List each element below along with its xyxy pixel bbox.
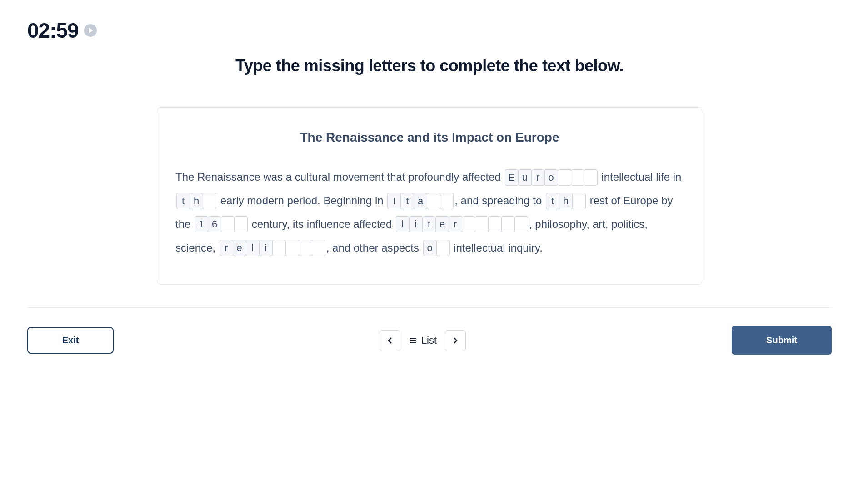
letter-input[interactable] bbox=[396, 216, 410, 232]
passage-text: , and spreading to bbox=[454, 194, 545, 207]
passage-title: The Renaissance and its Impact on Europe bbox=[175, 130, 684, 145]
word-blank bbox=[387, 193, 454, 209]
letter-input[interactable] bbox=[572, 193, 586, 209]
word-blank bbox=[546, 193, 586, 209]
question-card: The Renaissance and its Impact on Europe… bbox=[157, 107, 702, 285]
center-nav: List bbox=[380, 330, 466, 351]
letter-input[interactable] bbox=[208, 216, 221, 232]
letter-input[interactable] bbox=[195, 216, 208, 232]
letter-input[interactable] bbox=[440, 193, 454, 209]
play-icon bbox=[88, 28, 94, 33]
letter-input[interactable] bbox=[414, 193, 427, 209]
list-button[interactable]: List bbox=[409, 335, 437, 346]
letter-input[interactable] bbox=[584, 169, 598, 186]
letter-input[interactable] bbox=[422, 216, 436, 232]
passage-text: intellectual life in bbox=[599, 171, 682, 183]
letter-input[interactable] bbox=[233, 240, 246, 256]
letter-input[interactable] bbox=[220, 240, 233, 256]
passage-text: early modern period. Beginning in bbox=[217, 194, 386, 207]
list-label: List bbox=[421, 335, 437, 346]
list-icon bbox=[409, 336, 418, 345]
chevron-left-icon bbox=[386, 337, 394, 344]
letter-input[interactable] bbox=[246, 240, 260, 256]
letter-input[interactable] bbox=[203, 193, 216, 209]
passage-text: , and other aspects bbox=[326, 242, 422, 254]
letter-input[interactable] bbox=[272, 240, 286, 256]
letter-input[interactable] bbox=[462, 216, 475, 232]
letter-input[interactable] bbox=[531, 169, 545, 186]
passage-body: The Renaissance was a cultural movement … bbox=[175, 165, 684, 259]
letter-input[interactable] bbox=[221, 216, 235, 232]
letter-input[interactable] bbox=[501, 216, 515, 232]
play-button[interactable] bbox=[84, 24, 97, 37]
exit-button[interactable]: Exit bbox=[27, 327, 114, 354]
timer-row: 02:59 bbox=[27, 18, 832, 43]
instruction-heading: Type the missing letters to complete the… bbox=[27, 56, 832, 75]
chevron-right-icon bbox=[452, 337, 459, 344]
letter-input[interactable] bbox=[505, 169, 519, 186]
passage-text: century, its influence affected bbox=[249, 218, 395, 230]
letter-input[interactable] bbox=[544, 169, 558, 186]
letter-input[interactable] bbox=[571, 169, 584, 186]
letter-input[interactable] bbox=[312, 240, 325, 256]
letter-input[interactable] bbox=[423, 240, 437, 256]
word-blank bbox=[396, 216, 528, 232]
word-blank bbox=[423, 240, 450, 256]
footer-bar: Exit List Submit bbox=[27, 326, 832, 355]
letter-input[interactable] bbox=[514, 216, 528, 232]
letter-input[interactable] bbox=[387, 193, 401, 209]
letter-input[interactable] bbox=[558, 169, 571, 186]
prev-button[interactable] bbox=[380, 330, 400, 351]
letter-input[interactable] bbox=[190, 193, 203, 209]
word-blank bbox=[220, 240, 325, 256]
letter-input[interactable] bbox=[400, 193, 414, 209]
letter-input[interactable] bbox=[475, 216, 489, 232]
letter-input[interactable] bbox=[259, 240, 273, 256]
next-button[interactable] bbox=[445, 330, 466, 351]
divider bbox=[27, 307, 832, 308]
letter-input[interactable] bbox=[546, 193, 559, 209]
word-blank bbox=[505, 169, 598, 186]
letter-input[interactable] bbox=[234, 216, 248, 232]
letter-input[interactable] bbox=[409, 216, 423, 232]
letter-input[interactable] bbox=[488, 216, 502, 232]
passage-text: intellectual inquiry. bbox=[451, 242, 543, 254]
letter-input[interactable] bbox=[176, 193, 190, 209]
letter-input[interactable] bbox=[427, 193, 440, 209]
letter-input[interactable] bbox=[299, 240, 312, 256]
passage-text: The Renaissance was a cultural movement … bbox=[175, 171, 504, 183]
letter-input[interactable] bbox=[435, 216, 449, 232]
letter-input[interactable] bbox=[449, 216, 462, 232]
letter-input[interactable] bbox=[518, 169, 532, 186]
letter-input[interactable] bbox=[436, 240, 450, 256]
letter-input[interactable] bbox=[285, 240, 299, 256]
timer-display: 02:59 bbox=[27, 18, 79, 43]
word-blank bbox=[176, 193, 216, 209]
letter-input[interactable] bbox=[559, 193, 573, 209]
word-blank bbox=[195, 216, 248, 232]
submit-button[interactable]: Submit bbox=[732, 326, 832, 355]
